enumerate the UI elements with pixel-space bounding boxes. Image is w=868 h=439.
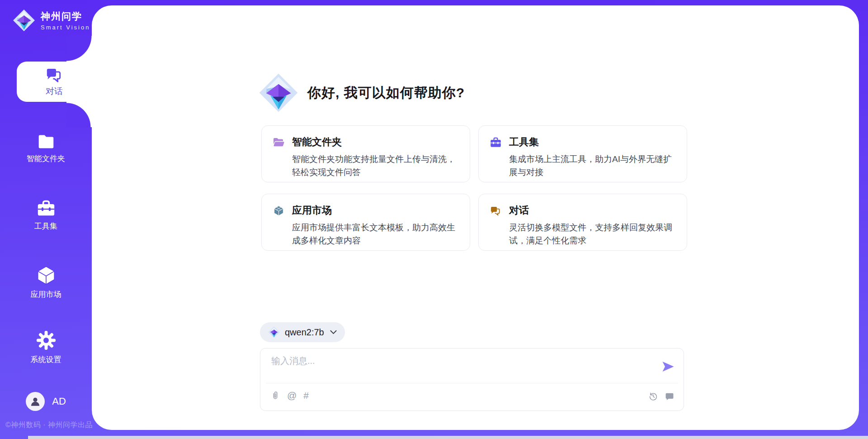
composer-tools-right: [648, 391, 675, 402]
brand-name: 神州问学: [41, 10, 90, 23]
person-icon: [29, 396, 41, 407]
folder-icon: [36, 133, 56, 150]
composer-divider: [266, 383, 678, 383]
paperclip-icon[interactable]: [270, 390, 280, 401]
model-selector[interactable]: qwen2:7b: [260, 322, 345, 342]
app-window: 神州问学 Smart Vision 对话 智能文件夹: [0, 0, 868, 439]
chat-bubble-icon[interactable]: [665, 391, 675, 402]
card-toolset[interactable]: 工具集 集成市场上主流工具，助力AI与外界无缝扩展与对接: [478, 125, 687, 182]
sidebar-item-label: 系统设置: [31, 354, 61, 365]
toolbox-icon: [36, 199, 56, 217]
user-name: AD: [52, 396, 66, 407]
sidebar-item-tools[interactable]: 工具集: [0, 199, 92, 231]
sidebar-item-chat-active[interactable]: 对话: [17, 62, 92, 102]
sidebar-item-folders[interactable]: 智能文件夹: [0, 133, 92, 164]
folder-open-icon: [273, 137, 285, 148]
cube-icon: [36, 265, 57, 286]
at-icon[interactable]: @: [287, 390, 297, 401]
brand-logo-icon: [13, 8, 35, 33]
message-composer: @ #: [260, 348, 684, 411]
chat-icon: [490, 205, 502, 216]
feature-cards: 智能文件夹 智能文件夹功能支持批量文件上传与清洗，轻松实现文件问答 工具集 集成…: [261, 125, 687, 251]
toolbox-icon: [490, 137, 502, 148]
composer-tools-left: @ #: [270, 390, 309, 401]
card-description: 智能文件夹功能支持批量文件上传与清洗，轻松实现文件问答: [292, 153, 463, 179]
greeting-text: 你好, 我可以如何帮助你?: [307, 84, 465, 102]
sidebar-item-label: 工具集: [34, 221, 57, 231]
card-description: 集成市场上主流工具，助力AI与外界无缝扩展与对接: [509, 153, 680, 179]
sidebar-footer: ©神州数码 · 神州问学出品: [5, 420, 93, 430]
send-icon[interactable]: [662, 361, 675, 372]
card-chat[interactable]: 对话 灵活切换多模型文件，支持多样回复效果调试，满足个性化需求: [478, 194, 687, 251]
sidebar-item-settings[interactable]: 系统设置: [0, 330, 92, 365]
greeting-logo-icon: [259, 72, 298, 114]
avatar: [26, 392, 45, 411]
sidebar-item-label: 应用市场: [31, 289, 61, 300]
hash-icon[interactable]: #: [303, 390, 309, 401]
card-title: 工具集: [509, 135, 539, 149]
sidebar-item-label: 智能文件夹: [27, 153, 65, 164]
model-name: qwen2:7b: [285, 327, 324, 338]
gear-icon: [36, 330, 57, 351]
message-input[interactable]: [271, 356, 660, 366]
card-title: 智能文件夹: [292, 135, 342, 149]
tab-fillet-bottom: [66, 102, 92, 127]
sidebar: 神州问学 Smart Vision 对话 智能文件夹: [0, 0, 92, 439]
user-profile[interactable]: AD: [0, 392, 92, 411]
sidebar-item-label: 对话: [46, 86, 63, 97]
bottom-edge-strip: [28, 436, 868, 439]
card-description: 灵活切换多模型文件，支持多样回复效果调试，满足个性化需求: [509, 221, 680, 247]
model-logo-icon: [268, 326, 280, 339]
greeting: 你好, 我可以如何帮助你?: [259, 72, 465, 114]
tab-fillet-top: [66, 36, 92, 62]
card-smart-folder[interactable]: 智能文件夹 智能文件夹功能支持批量文件上传与清洗，轻松实现文件问答: [261, 125, 470, 182]
card-title: 应用市场: [292, 204, 332, 217]
brand-subtitle: Smart Vision: [41, 24, 90, 31]
card-app-market[interactable]: 应用市场 应用市场提供丰富长文本模板，助力高效生成多样化文章内容: [261, 194, 470, 251]
chevron-down-icon: [330, 330, 337, 334]
brand: 神州问学 Smart Vision: [13, 8, 90, 33]
card-description: 应用市场提供丰富长文本模板，助力高效生成多样化文章内容: [292, 221, 463, 247]
sidebar-item-apps[interactable]: 应用市场: [0, 265, 92, 300]
cube-icon: [273, 205, 285, 216]
history-icon[interactable]: [648, 391, 658, 402]
card-title: 对话: [509, 204, 529, 217]
chat-icon: [45, 66, 64, 83]
